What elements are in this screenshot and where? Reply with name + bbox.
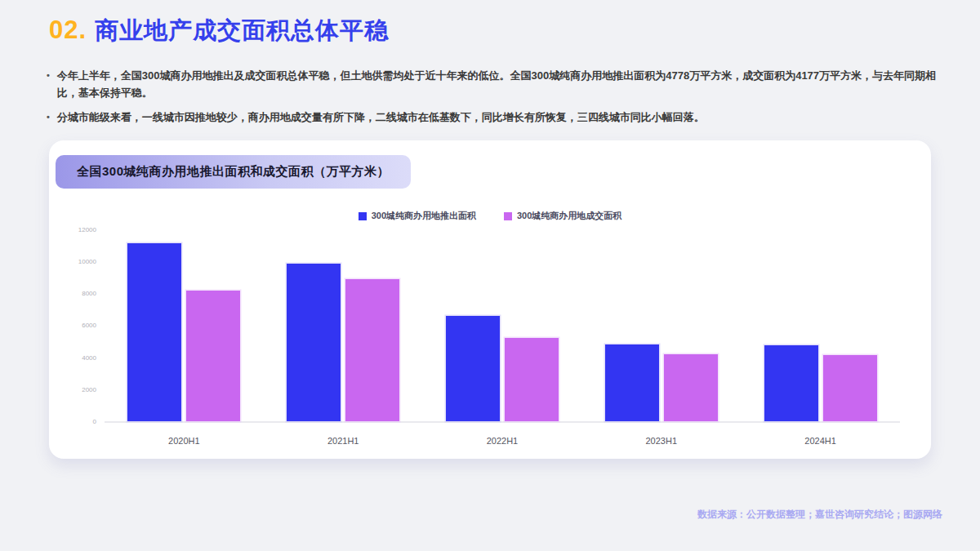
y-tick-label: 8000 xyxy=(82,290,96,297)
chart-card: 全国300城纯商办用地推出面积和成交面积（万平方米） 300城纯商办用地推出面积… xyxy=(49,140,931,459)
bar-group xyxy=(605,344,718,421)
bullet-text: 今年上半年，全国300城商办用地推出及成交面积总体平稳，但土地供需均处于近十年来… xyxy=(57,67,945,101)
bullet-text: 分城市能级来看，一线城市因推地较少，商办用地成交量有所下降，二线城市在低基数下，… xyxy=(57,109,705,126)
plot-area xyxy=(105,230,900,423)
bar-group xyxy=(764,345,877,421)
legend-label: 300城纯商办用地推出面积 xyxy=(372,210,476,222)
title-number: 02. xyxy=(49,16,87,45)
legend-swatch-icon xyxy=(504,212,512,220)
bullet-list: • 今年上半年，全国300城商办用地推出及成交面积总体平稳，但土地供需均处于近十… xyxy=(47,67,945,133)
bullet-marker: • xyxy=(47,109,50,126)
chart-legend: 300城纯商办用地推出面积300城纯商办用地成交面积 xyxy=(49,210,931,222)
bar xyxy=(764,345,818,421)
page-title: 02. 商业地产成交面积总体平稳 xyxy=(49,15,389,47)
legend-swatch-icon xyxy=(359,212,367,220)
bar xyxy=(127,243,181,421)
legend-item: 300城纯商办用地成交面积 xyxy=(504,210,621,222)
bar xyxy=(505,338,559,421)
source-note: 数据来源：公开数据整理；嘉世咨询研究结论；图源网络 xyxy=(697,508,942,522)
chart-title: 全国300城纯商办用地推出面积和成交面积（万平方米） xyxy=(77,164,390,178)
bar-chart: 120001000080006000400020000 xyxy=(49,230,931,429)
x-tick-label: 2021H1 xyxy=(287,436,399,446)
y-tick-label: 12000 xyxy=(78,226,96,233)
legend-label: 300城纯商办用地成交面积 xyxy=(517,210,621,222)
chart-title-badge: 全国300城纯商办用地推出面积和成交面积（万平方米） xyxy=(56,155,411,189)
bar-group xyxy=(127,243,240,421)
x-tick-label: 2020H1 xyxy=(127,436,240,446)
legend-item: 300城纯商办用地推出面积 xyxy=(359,210,476,222)
bar xyxy=(823,355,877,422)
y-tick-label: 6000 xyxy=(82,322,96,329)
bar-group xyxy=(446,316,559,421)
bar xyxy=(345,279,399,421)
bar xyxy=(664,354,718,422)
bar xyxy=(605,344,659,421)
bar-group xyxy=(287,264,399,421)
bullet-marker: • xyxy=(47,67,50,101)
title-text: 商业地产成交面积总体平稳 xyxy=(95,15,389,47)
y-axis: 120001000080006000400020000 xyxy=(60,226,105,425)
bar xyxy=(446,316,500,421)
y-tick-label: 10000 xyxy=(78,258,96,265)
x-tick-label: 2024H1 xyxy=(764,436,877,446)
x-tick-label: 2023H1 xyxy=(605,436,718,446)
y-tick-label: 0 xyxy=(93,418,96,425)
bullet-item: • 今年上半年，全国300城商办用地推出及成交面积总体平稳，但土地供需均处于近十… xyxy=(47,67,945,101)
bar xyxy=(287,264,341,421)
bullet-item: • 分城市能级来看，一线城市因推地较少，商办用地成交量有所下降，二线城市在低基数… xyxy=(47,109,945,126)
bar xyxy=(186,291,240,421)
slide-background: 02. 商业地产成交面积总体平稳 • 今年上半年，全国300城商办用地推出及成交… xyxy=(0,0,980,551)
x-tick-label: 2022H1 xyxy=(446,436,559,446)
y-tick-label: 2000 xyxy=(82,386,96,393)
x-axis: 2020H12021H12022H12023H12024H1 xyxy=(105,436,900,446)
y-tick-label: 4000 xyxy=(82,354,96,362)
